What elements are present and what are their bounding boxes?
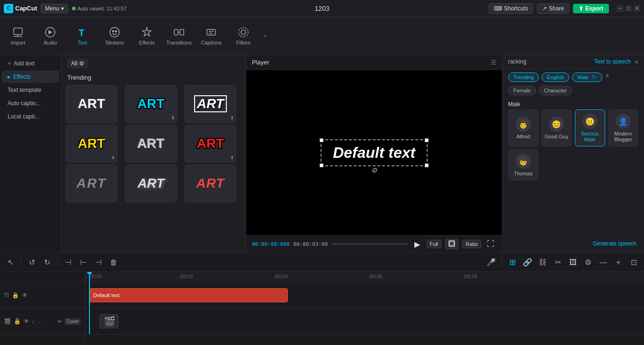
filter-all-button[interactable]: All ⚙ [67,59,88,68]
text-card-2[interactable]: ART ⬇ [125,85,177,123]
link-button[interactable]: ⛓ [536,256,549,269]
expand-filters-icon[interactable]: ∧ [605,73,609,82]
player-menu-icon[interactable]: ☰ [491,59,496,66]
cover-clip[interactable]: 🎬 [99,314,118,328]
text-template-item[interactable]: Text template [2,84,59,96]
fit-timeline-button[interactable]: ⊡ [627,256,640,269]
text-card-8[interactable]: ART [125,164,177,202]
player-header: Player ☰ [246,55,502,70]
male-tag-label: Male [577,74,589,80]
saved-dot [72,7,76,10]
text-visibility-icon[interactable]: 👁 [22,292,27,299]
zoom-in-button[interactable]: + [612,256,625,269]
character-tag-label: Character [544,88,567,93]
auto-captions-item[interactable]: Auto captio... [2,97,59,109]
close-button[interactable]: ✕ [634,5,640,12]
voice-serious-male[interactable]: 😐 Serious Male [575,109,605,146]
captions-label: Captions [201,40,221,45]
toolbar-item-audio[interactable]: Audio [34,19,66,53]
svg-rect-11 [207,29,215,35]
audio-icon[interactable]: ♪ [32,318,35,324]
export-button[interactable]: ⬆ Export [573,4,609,13]
voice-alfred[interactable]: 👨 Alfred [508,109,538,146]
effects-item[interactable]: ▸ Effects [2,71,59,83]
text-card-6[interactable]: ART ⬇ [184,125,236,163]
fit-button[interactable] [445,239,458,249]
toolbar-item-filters[interactable]: Filters [227,19,259,53]
good-guy-avatar: 😊 [549,117,564,132]
fullscreen-button[interactable]: ⛶ [485,238,496,250]
collapse-button[interactable]: « [635,58,638,65]
text-card-5[interactable]: ART [125,125,177,163]
more-icon[interactable]: ... [38,318,42,324]
share-button[interactable]: ↗ Share [537,3,569,14]
local-captions-item[interactable]: Local capti... [2,110,59,123]
undo-button[interactable]: ↺ [25,256,38,269]
unlink-button[interactable]: ✂ [551,256,564,269]
svg-point-14 [241,30,246,35]
text-card-7[interactable]: ART [65,164,117,202]
magnet-button[interactable]: 🔗 [521,256,534,269]
mic-button[interactable]: 🎤 [484,256,498,269]
svg-rect-17 [450,242,454,245]
select-tool[interactable]: ↖ [4,256,17,269]
toolbar-item-effects[interactable]: Effects [131,19,163,53]
art-text-9: ART [196,176,224,191]
ratio-button[interactable]: Ratio [462,240,481,248]
right-panel-header: racking Text to speech « [502,55,644,69]
filter-tag-male[interactable]: Male T↑ [572,73,602,82]
filter-tag-english[interactable]: English [542,73,569,82]
filter-tag-character[interactable]: Character [539,86,572,95]
redo-button[interactable]: ↻ [40,256,54,269]
player-canvas: Default text ⊙ [246,70,502,235]
thomas-label: Thomas [514,171,533,176]
art-text-6: ART [197,136,224,151]
video-visibility-icon[interactable]: 👁 [24,318,29,325]
settings-button[interactable]: ⚙ [581,256,595,269]
add-text-item[interactable]: + Add text [2,57,59,70]
snap-button[interactable]: ⊞ [506,256,519,269]
default-text-overlay[interactable]: Default text ⊙ [321,139,428,166]
delete-button[interactable]: 🗑 [107,256,120,269]
text-card-1[interactable]: ART [65,85,117,123]
modern-blogger-label: Modern Blogger [610,131,636,142]
trim-left-button[interactable]: ⊢ [77,256,90,269]
thumbnail-button[interactable]: 🖼 [566,256,580,269]
trim-right-button[interactable]: ⊣ [92,256,105,269]
text-card-3[interactable]: ART ⬇ [184,85,236,123]
maximize-button[interactable]: □ [625,5,632,12]
text-to-speech-button[interactable]: Text to speech [594,58,631,65]
mini-timeline-bar[interactable] [331,243,407,245]
toolbar-item-captions[interactable]: Captions [195,19,227,53]
svg-rect-8 [174,29,178,35]
toolbar-expand-button[interactable]: › [259,19,271,53]
voice-good-guy[interactable]: 😊 Good Guy [541,109,572,146]
art-text-5: ART [137,136,165,151]
shortcuts-button[interactable]: ⌨ Shortcuts [489,3,533,14]
text-lock-icon[interactable]: 🔒 [12,292,19,299]
voice-modern-blogger[interactable]: 👤 Modern Blogger [608,109,638,146]
text-clip[interactable]: Default text [89,288,288,302]
toolbar-item-import[interactable]: Import [2,19,34,53]
filter-tag-trending[interactable]: Trending [508,73,539,82]
play-button[interactable]: ▶ [411,238,423,250]
split-button[interactable]: ⊣ [62,256,75,269]
filter-tag-female[interactable]: Female [508,86,536,95]
full-button[interactable]: Full [427,240,442,248]
handle-tl [320,138,323,142]
good-guy-label: Good Guy [545,134,568,139]
text-card-9[interactable]: ART [184,164,236,202]
toolbar-item-text[interactable]: T Text [66,19,98,53]
generate-speech-button[interactable]: Generate speech [591,238,638,249]
voice-thomas[interactable]: 👦 Thomas [508,149,538,181]
add-text-icon: + [8,60,11,67]
video-lock-icon[interactable]: 🔒 [14,318,21,325]
minimize-button[interactable]: ─ [617,5,623,12]
text-card-4[interactable]: ART ⬇ [65,125,117,163]
menu-button[interactable]: Menu ▾ [41,4,68,13]
voice-filter-tags2: Female Character [502,86,644,99]
zoom-out-button[interactable]: — [597,256,610,269]
toolbar-item-stickers[interactable]: Stickers [98,19,131,53]
toolbar-item-transitions[interactable]: Transitions [163,19,195,53]
cover-edit-icon[interactable]: ✏ [58,319,62,324]
